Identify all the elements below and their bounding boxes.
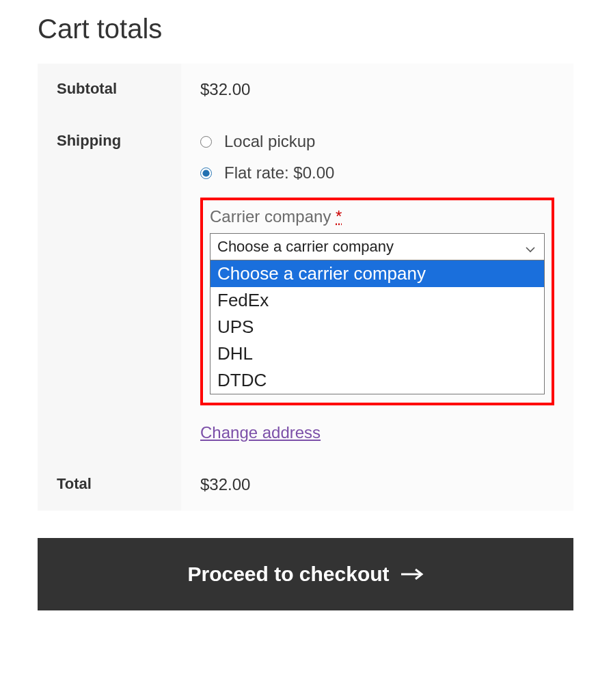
arrow-right-icon	[400, 563, 424, 586]
table-row: Total $32.00	[38, 459, 573, 511]
carrier-option[interactable]: DHL	[211, 340, 544, 367]
carrier-dropdown-list: Choose a carrier company FedEx UPS DHL D…	[210, 260, 545, 394]
carrier-option[interactable]: Choose a carrier company	[211, 260, 544, 287]
table-row: Shipping Local pickup Flat rate: $0.00 C…	[38, 116, 573, 459]
proceed-to-checkout-button[interactable]: Proceed to checkout	[38, 538, 573, 610]
page-title: Cart totals	[38, 14, 573, 44]
radio-local-pickup[interactable]	[200, 136, 212, 148]
carrier-option[interactable]: UPS	[211, 314, 544, 340]
flat-rate-label: Flat rate: $0.00	[224, 163, 334, 183]
table-row: Subtotal $32.00	[38, 64, 573, 116]
subtotal-value: $32.00	[181, 64, 573, 116]
cart-totals-table: Subtotal $32.00 Shipping Local pickup Fl…	[38, 64, 573, 511]
total-value: $32.00	[181, 459, 573, 511]
carrier-company-label: Carrier company *	[210, 207, 545, 226]
shipping-cell: Local pickup Flat rate: $0.00 Carrier co…	[181, 116, 573, 459]
carrier-option[interactable]: FedEx	[211, 287, 544, 314]
shipping-label: Shipping	[38, 116, 181, 459]
required-asterisk: *	[336, 207, 342, 226]
chevron-down-icon	[525, 241, 536, 252]
change-address-link[interactable]: Change address	[200, 423, 554, 442]
carrier-select[interactable]: Choose a carrier company	[210, 233, 545, 260]
carrier-selected-value: Choose a carrier company	[217, 238, 394, 256]
carrier-company-section: Carrier company * Choose a carrier compa…	[200, 198, 554, 405]
local-pickup-label: Local pickup	[224, 132, 315, 151]
shipping-option-local-pickup[interactable]: Local pickup	[200, 132, 554, 151]
carrier-option[interactable]: DTDC	[211, 367, 544, 394]
subtotal-label: Subtotal	[38, 64, 181, 116]
shipping-option-flat-rate[interactable]: Flat rate: $0.00	[200, 163, 554, 183]
carrier-label-text: Carrier company	[210, 207, 336, 226]
radio-flat-rate[interactable]	[200, 167, 212, 179]
total-label: Total	[38, 459, 181, 511]
checkout-button-label: Proceed to checkout	[187, 563, 389, 586]
